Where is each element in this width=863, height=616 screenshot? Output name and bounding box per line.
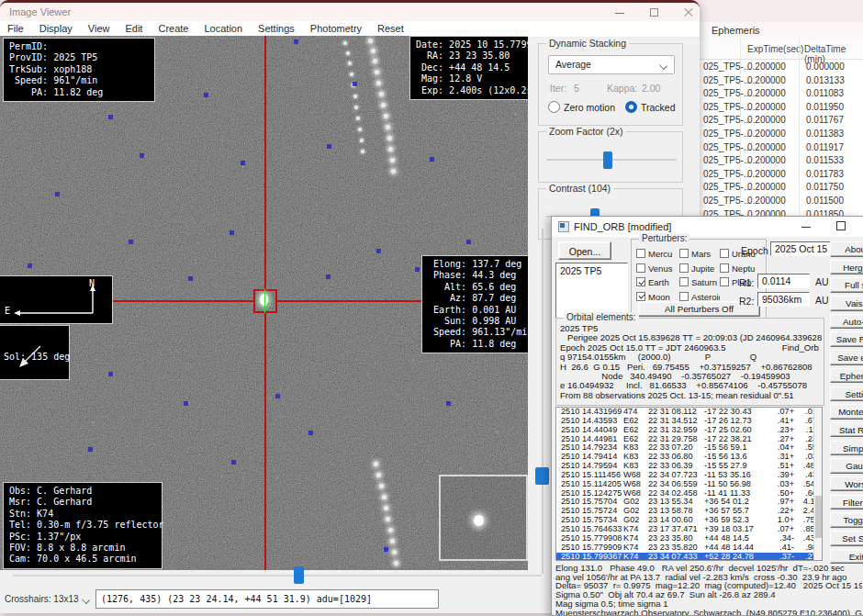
findorb-button-vaisa[interactable]: Vaisa xyxy=(830,296,863,311)
star-trail-dot xyxy=(376,473,381,477)
perturber-venus[interactable]: Venus xyxy=(636,263,679,274)
starfield-image[interactable]: PermID:ProvID: 2025 TP5TrkSub: xoph188 S… xyxy=(0,36,528,570)
exptime-cell: 0.200000 xyxy=(747,115,786,125)
vertical-slider-handle[interactable] xyxy=(535,467,549,485)
menu-item-ephemeris[interactable]: Ephemeris xyxy=(712,25,760,36)
findorb-button-settin[interactable]: Settin xyxy=(830,386,863,402)
minimize-icon[interactable] xyxy=(801,227,811,228)
file-row[interactable]: 025_TP5-...0.2000000.011917 xyxy=(679,141,863,155)
file-row[interactable]: 025_TP5-...0.2000000.011767 xyxy=(679,114,863,128)
checkbox-icon[interactable] xyxy=(636,277,645,286)
file-row[interactable]: 025_TP5-...0.2000000.013133 xyxy=(679,74,863,88)
exptime-cell: 0.200000 xyxy=(747,102,786,112)
file-row[interactable]: 025_TP5-...0.2000000.011500 xyxy=(679,195,863,208)
perturber-label: Neptu xyxy=(732,263,755,274)
findorb-button-filter-o[interactable]: Filter o xyxy=(830,495,863,510)
zero-motion-label[interactable]: Zero motion xyxy=(564,102,615,113)
findorb-button-set-sig[interactable]: Set Sig xyxy=(830,531,863,546)
r2-field[interactable]: 95036km xyxy=(757,292,810,307)
findorb-button-auto-s[interactable]: Auto-S xyxy=(830,314,863,330)
checkbox-icon[interactable] xyxy=(679,292,689,301)
file-row[interactable]: 025_TP5-...0.2000000.011783 xyxy=(679,168,863,182)
iter-value[interactable]: 5 xyxy=(574,83,579,94)
checkbox-icon[interactable] xyxy=(720,263,729,273)
checkbox-icon[interactable] xyxy=(720,249,729,258)
observations-scrollbar[interactable] xyxy=(813,408,822,560)
perturber-mercu[interactable]: Mercu xyxy=(636,248,679,260)
maximize-button[interactable] xyxy=(643,5,667,19)
zero-motion-radio[interactable] xyxy=(548,101,560,113)
findorb-button-full-st[interactable]: Full st xyxy=(830,277,863,293)
tracked-radio[interactable] xyxy=(625,101,637,113)
observation-row[interactable]: 2510 15.799367K7423 34 07.433+52 28 24.7… xyxy=(556,553,822,562)
file-row[interactable]: 025_TP5-...0.2000000.011083 xyxy=(679,87,863,101)
findorb-button-save-resi[interactable]: Save Resi xyxy=(830,331,863,347)
detection-marker xyxy=(188,276,193,281)
checkbox-icon[interactable] xyxy=(679,277,689,286)
text-line: Mag: 12.8 V xyxy=(416,73,523,84)
coordinate-readout-field[interactable]: (1276, 435) (23 23 24.14, +44 51 31.9) a… xyxy=(95,589,439,609)
frame-slider-handle[interactable] xyxy=(294,566,304,584)
findorb-button-stat-ran[interactable]: Stat Ran xyxy=(830,422,863,438)
crosshairs-dropdown[interactable]: Crosshairs: 13x13 xyxy=(5,591,91,608)
file-name-cell: 025_TP5-... xyxy=(703,75,751,85)
exptime-cell: 0.200000 xyxy=(747,129,786,139)
menu-item-edit[interactable]: Edit xyxy=(125,23,142,37)
menu-item-reset[interactable]: Reset xyxy=(377,23,404,37)
vertical-slider-track[interactable] xyxy=(542,229,544,574)
group-label: Zoom Factor (2x) xyxy=(546,126,626,137)
checkbox-icon[interactable] xyxy=(679,263,689,273)
findorb-button-worst[interactable]: Worst xyxy=(830,476,863,492)
findorb-button-herget[interactable]: Herget xyxy=(830,260,863,275)
object-list-item[interactable]: 2025 TP5 xyxy=(560,265,623,276)
menu-item-file[interactable]: File xyxy=(7,23,24,37)
kappa-value[interactable]: 2.00 xyxy=(642,83,660,94)
observations-list[interactable]: 2510 14.43196947422 31 08.112-17 22 30.4… xyxy=(555,407,823,561)
checkbox-icon[interactable] xyxy=(636,249,645,258)
column-exptime[interactable]: ExpTime(sec) xyxy=(747,44,803,54)
object-listbox[interactable]: 2025 TP5 xyxy=(555,263,628,319)
findorb-button-epheme[interactable]: Epheme xyxy=(830,368,863,384)
menu-item-settings[interactable]: Settings xyxy=(258,23,295,37)
menu-item-location[interactable]: Location xyxy=(204,23,242,37)
perturber-neptu[interactable]: Neptu xyxy=(720,263,768,274)
file-row[interactable]: 025_TP5-...0.2000000.011950 xyxy=(679,101,863,115)
menu-item-display[interactable]: Display xyxy=(39,23,73,37)
findorb-button-about[interactable]: About xyxy=(830,241,863,257)
perturber-jupite[interactable]: Jupite xyxy=(679,263,720,274)
stacking-mode-select[interactable]: Average xyxy=(548,55,675,74)
perturber-saturn[interactable]: Saturn xyxy=(679,276,720,288)
menu-item-create[interactable]: Create xyxy=(158,23,188,37)
maximize-icon[interactable] xyxy=(836,221,846,230)
file-row[interactable]: 025_TP5-...0.2000000.011383 xyxy=(679,128,863,141)
zoom-slider-handle[interactable] xyxy=(603,151,612,169)
tracked-label[interactable]: Tracked xyxy=(641,102,676,113)
findorb-button-gaus[interactable]: Gaus xyxy=(830,458,863,474)
open-button[interactable]: Open... xyxy=(558,241,611,260)
scrollbar-thumb[interactable] xyxy=(815,496,822,538)
findorb-button-simple[interactable]: Simple xyxy=(830,441,863,456)
r1-field[interactable]: 0.0114 xyxy=(757,274,810,288)
file-row[interactable]: 025_TP5-...0.2000000.011750 xyxy=(679,181,863,195)
perturber-label: Saturn xyxy=(691,277,717,287)
file-row[interactable]: 025_TP5-...0.2000000.000000 xyxy=(679,61,863,74)
file-row[interactable]: 025_TP5-...0.2000000.011533 xyxy=(679,154,863,168)
checkbox-icon[interactable] xyxy=(636,263,645,273)
close-button[interactable] xyxy=(677,5,700,19)
findorb-button-exit[interactable]: Exit xyxy=(830,549,863,565)
perturber-mars[interactable]: Mars xyxy=(679,248,720,260)
epoch-field[interactable]: 2025 Oct 15 xyxy=(770,241,835,256)
frame-slider-track[interactable] xyxy=(13,575,542,577)
checkbox-icon[interactable] xyxy=(679,249,689,258)
findorb-button-toggle[interactable]: Toggle xyxy=(830,512,863,528)
menu-item-view[interactable]: View xyxy=(88,23,110,37)
minimize-button[interactable] xyxy=(608,5,632,19)
findorb-button-monte-c-[interactable]: Monte C. xyxy=(830,404,863,420)
findorb-button-save-eler[interactable]: Save eler xyxy=(830,350,863,365)
star-trail-dot xyxy=(346,51,350,55)
checkbox-icon[interactable] xyxy=(636,292,645,301)
perturber-earth[interactable]: Earth xyxy=(636,276,679,288)
checkbox-icon[interactable] xyxy=(720,277,729,286)
star-trail-dot xyxy=(375,70,379,74)
menu-item-photometry[interactable]: Photometry xyxy=(310,23,362,37)
